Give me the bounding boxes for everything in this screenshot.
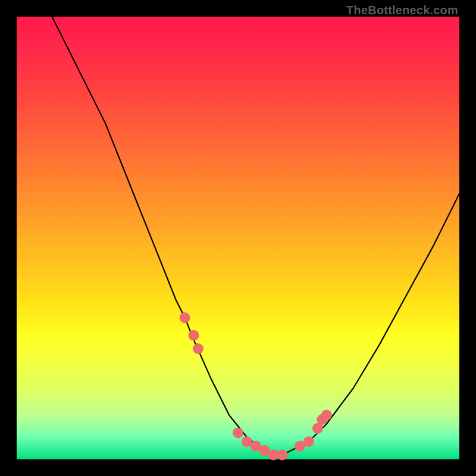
chart-container: { "watermark": "TheBottleneck.com", "col… [0, 0, 476, 476]
marker-group [180, 312, 332, 461]
marker-point [233, 427, 243, 438]
marker-point [193, 343, 203, 354]
plot-overlay [17, 17, 459, 459]
watermark-text: TheBottleneck.com [346, 4, 458, 17]
curve-line [52, 17, 460, 455]
marker-point [303, 436, 314, 447]
marker-point [321, 410, 332, 421]
marker-point [277, 450, 287, 461]
marker-point [189, 330, 199, 341]
marker-point [180, 312, 190, 323]
